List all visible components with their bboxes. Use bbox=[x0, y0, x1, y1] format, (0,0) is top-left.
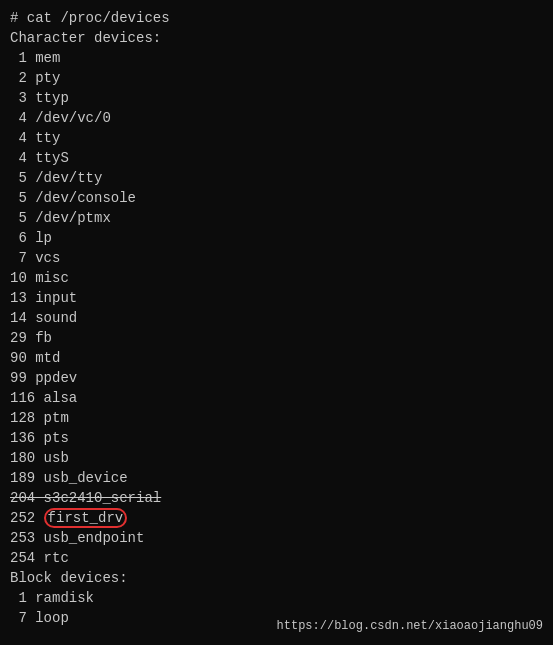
terminal-line: 90 mtd bbox=[10, 348, 543, 368]
terminal-line: 29 fb bbox=[10, 328, 543, 348]
watermark: https://blog.csdn.net/xiaoaojianghu09 bbox=[277, 619, 543, 633]
terminal-line: 136 pts bbox=[10, 428, 543, 448]
terminal-line: 4 ttyS bbox=[10, 148, 543, 168]
highlighted-text: first_drv bbox=[44, 508, 128, 528]
terminal-line: 13 input bbox=[10, 288, 543, 308]
terminal-line: 189 usb_device bbox=[10, 468, 543, 488]
terminal-line: 4 /dev/vc/0 bbox=[10, 108, 543, 128]
terminal-line: 252 first_drv bbox=[10, 508, 543, 528]
terminal-window: # cat /proc/devicesCharacter devices: 1 … bbox=[0, 0, 553, 645]
terminal-line: 204 s3c2410_serial bbox=[10, 488, 543, 508]
terminal-line: 7 vcs bbox=[10, 248, 543, 268]
terminal-line: 99 ppdev bbox=[10, 368, 543, 388]
strikethrough-text: 204 s3c2410_serial bbox=[10, 490, 161, 506]
terminal-line: 180 usb bbox=[10, 448, 543, 468]
terminal-line: 14 sound bbox=[10, 308, 543, 328]
terminal-line: 5 /dev/ptmx bbox=[10, 208, 543, 228]
terminal-line: 4 tty bbox=[10, 128, 543, 148]
terminal-line: 10 misc bbox=[10, 268, 543, 288]
terminal-line: 5 /dev/tty bbox=[10, 168, 543, 188]
terminal-line: 1 mem bbox=[10, 48, 543, 68]
terminal-line: 6 lp bbox=[10, 228, 543, 248]
terminal-line: 116 alsa bbox=[10, 388, 543, 408]
terminal-line: 1 ramdisk bbox=[10, 588, 543, 608]
terminal-line: Character devices: bbox=[10, 28, 543, 48]
terminal-line: 128 ptm bbox=[10, 408, 543, 428]
terminal-line: 254 rtc bbox=[10, 548, 543, 568]
terminal-line: 2 pty bbox=[10, 68, 543, 88]
terminal-line: 3 ttyp bbox=[10, 88, 543, 108]
terminal-line: # cat /proc/devices bbox=[10, 8, 543, 28]
terminal-line: 5 /dev/console bbox=[10, 188, 543, 208]
terminal-line: Block devices: bbox=[10, 568, 543, 588]
terminal-line: 253 usb_endpoint bbox=[10, 528, 543, 548]
